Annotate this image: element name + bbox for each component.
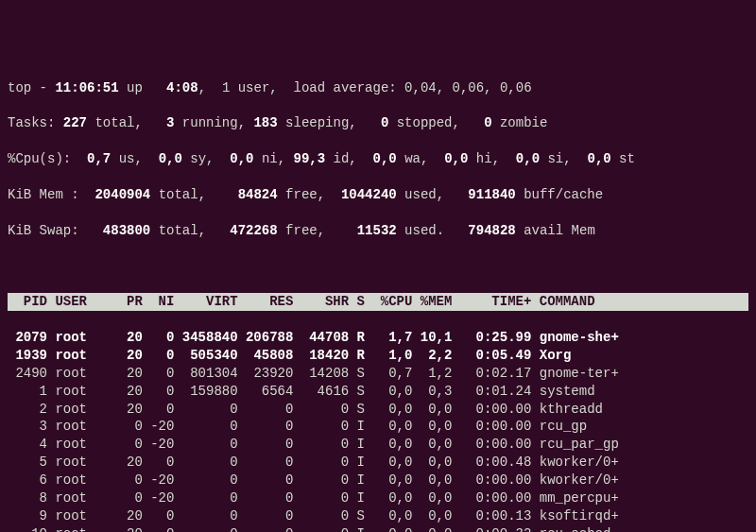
summary-line-tasks: Tasks: 227 total, 3 running, 183 sleepin… — [8, 114, 748, 132]
cell-time: 0:00.00 — [452, 436, 531, 454]
col-cmd[interactable]: COMMAND — [531, 293, 594, 311]
cell-pr: 0 — [94, 472, 142, 489]
col-virt[interactable]: VIRT — [174, 293, 237, 311]
process-row[interactable]: 3root0-20000I0,00,00:00.00rcu_gp — [8, 418, 748, 436]
cell-res: 0 — [238, 436, 294, 454]
cell-ni: 0 — [143, 507, 175, 525]
cell-time: 0:00.48 — [452, 454, 531, 472]
col-cpu[interactable]: %CPU — [372, 293, 412, 311]
cell-shr: 0 — [293, 507, 349, 525]
col-pr[interactable]: PR — [94, 293, 142, 311]
cell-s: I — [349, 436, 372, 454]
cell-pid: 10 — [8, 525, 47, 532]
cell-virt: 505340 — [174, 347, 237, 365]
cell-res: 206788 — [238, 329, 294, 347]
cell-virt: 801304 — [174, 365, 237, 383]
process-row[interactable]: 2root200000S0,00,00:00.00kthreadd — [8, 401, 748, 419]
cell-cmd: kworker/0+ — [531, 472, 618, 489]
cell-res: 45808 — [238, 347, 294, 365]
process-row[interactable]: 8root0-20000I0,00,00:00.00mm_percpu+ — [8, 489, 748, 507]
cell-res: 0 — [238, 525, 294, 532]
col-pid[interactable]: PID — [8, 293, 47, 311]
cell-mem: 0,0 — [412, 472, 452, 489]
cell-pr: 20 — [94, 347, 142, 365]
cell-user: root — [47, 383, 94, 401]
cell-virt: 0 — [174, 401, 237, 419]
cell-ni: 0 — [143, 347, 175, 365]
process-row[interactable]: 2079root200345884020678844708R1,710,10:2… — [8, 329, 748, 347]
cell-virt: 0 — [174, 472, 237, 489]
col-s[interactable]: S — [349, 293, 372, 311]
cell-pid: 2 — [8, 401, 47, 419]
process-row[interactable]: 2490root2008013042392014208S0,71,20:02.1… — [8, 365, 748, 383]
process-row[interactable]: 1939root2005053404580818420R1,02,20:05.4… — [8, 347, 748, 365]
cell-pr: 20 — [94, 507, 142, 525]
cell-virt: 3458840 — [174, 329, 237, 347]
process-row[interactable]: 6root0-20000I0,00,00:00.00kworker/0+ — [8, 472, 748, 489]
cell-cpu: 0,7 — [372, 365, 412, 383]
cell-pr: 20 — [94, 365, 142, 383]
col-res[interactable]: RES — [238, 293, 294, 311]
cell-s: S — [349, 507, 372, 525]
cell-mem: 0,3 — [412, 383, 452, 401]
process-row[interactable]: 1root20015988065644616S0,00,30:01.24syst… — [8, 383, 748, 401]
cell-cmd: rcu_gp — [531, 418, 587, 436]
cell-ni: 0 — [143, 383, 175, 401]
cell-virt: 0 — [174, 507, 237, 525]
cell-virt: 159880 — [174, 383, 237, 401]
cell-res: 0 — [238, 472, 294, 489]
cell-res: 0 — [238, 454, 294, 472]
process-row[interactable]: 10root200000I0,00,00:00.32rcu_sched — [8, 525, 748, 532]
cell-pid: 1 — [8, 383, 47, 401]
cell-s: I — [349, 489, 372, 507]
cell-shr: 0 — [293, 401, 349, 419]
col-user[interactable]: USER — [47, 293, 94, 311]
cell-shr: 18420 — [293, 347, 349, 365]
cell-time: 0:25.99 — [452, 329, 531, 347]
cell-s: S — [349, 365, 372, 383]
cell-cmd: kthreadd — [531, 401, 603, 419]
cell-pr: 20 — [94, 383, 142, 401]
column-header-row[interactable]: PIDUSERPRNIVIRTRESSHRS%CPU%MEMTIME+COMMA… — [8, 293, 748, 311]
col-mem[interactable]: %MEM — [412, 293, 452, 311]
cell-cpu: 0,0 — [372, 401, 412, 419]
cell-cmd: gnome-ter+ — [531, 365, 618, 383]
col-shr[interactable]: SHR — [293, 293, 349, 311]
summary-line-swap: KiB Swap: 483800 total, 472268 free, 115… — [8, 222, 748, 240]
cell-pr: 20 — [94, 525, 142, 532]
cell-cpu: 1,0 — [372, 347, 412, 365]
cell-shr: 14208 — [293, 365, 349, 383]
cell-user: root — [47, 489, 94, 507]
cell-ni: -20 — [143, 472, 175, 489]
cell-pid: 5 — [8, 454, 47, 472]
cell-cpu: 0,0 — [372, 507, 412, 525]
process-row[interactable]: 9root200000S0,00,00:00.13ksoftirqd+ — [8, 507, 748, 525]
cell-cpu: 0,0 — [372, 383, 412, 401]
cell-s: I — [349, 472, 372, 489]
cell-pid: 8 — [8, 489, 47, 507]
cell-time: 0:00.00 — [452, 472, 531, 489]
cell-shr: 0 — [293, 418, 349, 436]
cell-time: 0:01.24 — [452, 383, 531, 401]
cell-cpu: 0,0 — [372, 418, 412, 436]
cell-time: 0:00.13 — [452, 507, 531, 525]
cell-pid: 1939 — [8, 347, 47, 365]
cell-cmd: rcu_par_gp — [531, 436, 618, 454]
cell-user: root — [47, 329, 94, 347]
cell-pr: 20 — [94, 454, 142, 472]
cell-pid: 4 — [8, 436, 47, 454]
cell-ni: 0 — [143, 365, 175, 383]
cell-s: I — [349, 418, 372, 436]
cell-user: root — [47, 525, 94, 532]
cell-ni: -20 — [143, 418, 175, 436]
process-row[interactable]: 5root200000I0,00,00:00.48kworker/0+ — [8, 454, 748, 472]
process-row[interactable]: 4root0-20000I0,00,00:00.00rcu_par_gp — [8, 436, 748, 454]
cell-user: root — [47, 454, 94, 472]
cell-mem: 1,2 — [412, 365, 452, 383]
col-ni[interactable]: NI — [143, 293, 175, 311]
cell-mem: 10,1 — [412, 329, 452, 347]
cell-user: root — [47, 401, 94, 419]
col-time[interactable]: TIME+ — [452, 293, 531, 311]
cell-shr: 0 — [293, 436, 349, 454]
cell-cmd: mm_percpu+ — [531, 489, 618, 507]
